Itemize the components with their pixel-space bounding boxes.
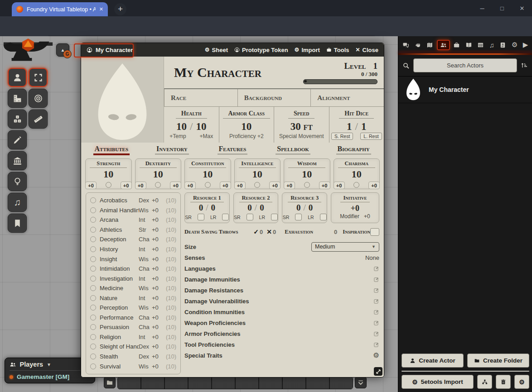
skill-proficiency-radio[interactable] <box>90 197 96 203</box>
sidebar-tab-tables[interactable] <box>475 40 486 50</box>
ac-value[interactable]: 10 <box>241 121 251 133</box>
sidebar-tab-items[interactable] <box>451 40 462 50</box>
window-header-button[interactable]: ⚙ Sheet <box>205 47 228 53</box>
create-actor-button[interactable]: Create Actor <box>401 354 464 368</box>
sheet-tab[interactable]: Attributes <box>81 145 142 155</box>
proficiency-radio[interactable] <box>205 182 211 188</box>
skill-row-Survival[interactable]: Survival Wis +0 (10) <box>90 363 176 370</box>
actor-list-item-My Character[interactable]: My Character <box>398 76 532 103</box>
skill-row-Stealth[interactable]: Stealth Dex +0 (10) <box>90 353 176 360</box>
tab-close-icon[interactable]: ✕ <box>99 6 103 12</box>
window-header-button[interactable]: ✕ Close <box>356 47 378 53</box>
sidebar-tab-collapse[interactable]: ▶ <box>521 39 530 50</box>
macro-slot[interactable] <box>118 377 141 389</box>
tool-button-target[interactable] <box>29 89 48 108</box>
hp-tempmax-label[interactable]: +Max <box>200 133 213 139</box>
resource-block[interactable]: Resource 3 0/0 SR LR <box>282 192 327 223</box>
inspiration-checkbox[interactable] <box>370 228 379 236</box>
skill-row-Intimidation[interactable]: Intimidation Cha +0 (10) <box>90 265 176 272</box>
sheet-tab[interactable]: Biography <box>323 145 384 155</box>
create-folder-button[interactable]: Create Folder <box>467 354 529 368</box>
ability-save[interactable]: +0 <box>121 182 132 189</box>
resource-block[interactable]: Resource 1 0/0 SR LR <box>184 192 230 223</box>
ability-save[interactable]: +0 <box>269 182 281 189</box>
skill-proficiency-radio[interactable] <box>90 344 96 349</box>
ability-block-Constitution[interactable]: Constitution 10 +0 +0 <box>184 158 231 189</box>
skill-proficiency-radio[interactable] <box>90 246 96 252</box>
skill-proficiency-radio[interactable] <box>90 207 96 213</box>
window-header[interactable]: My Character ⚙ Sheet Prototype Token <box>81 43 384 57</box>
special-movement-label[interactable]: Special Movement <box>279 133 324 139</box>
minimize-button[interactable]: ─ <box>472 5 492 12</box>
sidebar-tab-compendium[interactable] <box>498 40 508 50</box>
skill-proficiency-radio[interactable] <box>90 285 96 291</box>
skill-row-Perception[interactable]: Perception Wis +0 (10) <box>90 304 176 311</box>
close-window-button[interactable]: ✕ <box>512 5 532 12</box>
macro-slot[interactable] <box>212 377 236 389</box>
ability-save[interactable]: +0 <box>220 182 231 189</box>
macro-slot[interactable] <box>236 377 259 389</box>
proficiency-radio[interactable] <box>304 182 310 188</box>
ability-mod[interactable]: +0 <box>334 182 345 189</box>
speed-value[interactable]: 30 ft <box>290 121 313 133</box>
skill-row-Religion[interactable]: Religion Int +0 (10) <box>90 334 176 340</box>
window-header-button[interactable]: ⚙ Import <box>295 47 320 53</box>
skill-proficiency-radio[interactable] <box>90 266 96 272</box>
skill-row-Sleight of Hand[interactable]: Sleight of Hand Dex +0 (10) <box>90 343 176 350</box>
ability-mod[interactable]: +0 <box>85 182 97 189</box>
macro-slot[interactable] <box>283 377 306 389</box>
short-rest-button[interactable]: S. Rest <box>331 133 353 140</box>
lr-checkbox[interactable] <box>222 214 229 220</box>
window-header-button[interactable]: Tools <box>326 47 349 53</box>
proficiency-radio[interactable] <box>106 182 111 188</box>
players-header[interactable]: Players ▼ <box>10 361 90 371</box>
player-row[interactable]: Gamemaster [GM] <box>10 371 90 380</box>
sheet-tab[interactable]: Spellbook <box>263 145 324 155</box>
skill-proficiency-radio[interactable] <box>90 295 96 301</box>
macro-slot[interactable] <box>141 377 165 389</box>
ability-block-Intelligence[interactable]: Intelligence 10 +0 +0 <box>234 158 281 189</box>
resource-block[interactable]: Resource 2 0/0 SR LR <box>233 192 279 223</box>
sheet-tab[interactable]: Inventory <box>142 145 203 155</box>
skill-proficiency-radio[interactable] <box>90 227 96 233</box>
initiative-block[interactable]: Initiative +0 Modifier+0 <box>331 192 379 223</box>
skill-row-Deception[interactable]: Deception Cha +0 (10) <box>90 236 176 243</box>
browser-tab[interactable]: Foundry Virtual Tabletop • A Stan ✕ <box>12 2 108 16</box>
skill-row-Athletics[interactable]: Athletics Str +0 (10) <box>90 226 176 233</box>
delete-button[interactable] <box>496 375 511 389</box>
macro-slot[interactable] <box>189 377 212 389</box>
tool-button-token-select[interactable] <box>8 68 27 87</box>
skill-row-History[interactable]: History Int +0 (10) <box>90 246 176 253</box>
5etools-import-button[interactable]: ⚙ 5etools Import <box>401 375 474 389</box>
ability-mod[interactable]: +0 <box>184 182 196 189</box>
edit-icon[interactable] <box>373 320 379 326</box>
window-header-button[interactable]: Prototype Token <box>234 47 288 53</box>
hotbar-page-button[interactable] <box>355 377 367 388</box>
folder-tree-button[interactable] <box>477 375 492 389</box>
sr-checkbox[interactable] <box>295 214 302 220</box>
sidebar-tab-journal[interactable] <box>464 40 474 50</box>
new-tab-button[interactable]: + <box>114 3 126 15</box>
sheet-tab[interactable]: Features <box>202 145 263 155</box>
initiative-mod[interactable]: +0 <box>364 213 370 220</box>
g-badge[interactable]: G <box>63 50 72 58</box>
maximize-button[interactable]: □ <box>492 5 512 12</box>
skill-proficiency-radio[interactable] <box>90 324 96 330</box>
ability-block-Charisma[interactable]: Charisma 10 +0 +0 <box>334 158 380 189</box>
trait-select[interactable]: Medium▼ <box>311 242 379 252</box>
skill-row-Performance[interactable]: Performance Cha +0 (10) <box>90 314 176 321</box>
edit-icon[interactable] <box>373 342 379 348</box>
death-success-count[interactable]: 0 <box>259 229 264 235</box>
hp-temp-label[interactable]: +Temp <box>169 133 186 139</box>
death-failure-count[interactable]: 0 <box>272 229 277 235</box>
proficiency-radio[interactable] <box>155 182 161 188</box>
long-rest-button[interactable]: L. Rest <box>360 133 382 140</box>
sidebar-tab-settings[interactable]: ⚙ <box>510 39 519 50</box>
summary-field[interactable]: Background <box>237 89 311 106</box>
proficiency-radio[interactable] <box>353 182 359 188</box>
ability-block-Wisdom[interactable]: Wisdom 10 +0 +0 <box>284 158 330 189</box>
macro-slot[interactable] <box>330 377 353 389</box>
skill-proficiency-radio[interactable] <box>90 217 96 223</box>
tool-button-pillars[interactable] <box>8 151 27 170</box>
sidebar-tab-playlists[interactable]: ♫ <box>488 40 496 50</box>
